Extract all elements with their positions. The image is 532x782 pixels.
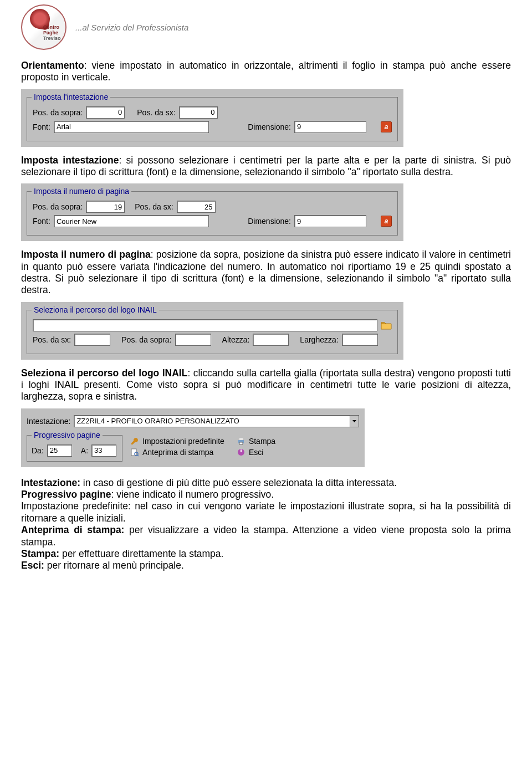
label-pos-sopra-2: Pos. da sopra: bbox=[33, 202, 83, 211]
label-font: Font: bbox=[33, 122, 50, 131]
label-intestazione: Intestazione: bbox=[27, 417, 70, 426]
text-orientamento: : viene impostato in automatico in orizz… bbox=[21, 60, 511, 83]
fieldset-logo-inail: Seleziona il percorso del logo INAIL Pos… bbox=[27, 310, 398, 354]
font-picker-icon[interactable]: a bbox=[381, 121, 392, 132]
bold-intestazione-def: Intestazione: bbox=[21, 477, 80, 488]
action-label: Esci bbox=[249, 448, 263, 457]
action-esci[interactable]: Esci bbox=[237, 448, 275, 457]
bold-logo-inail: Seleziona il percorso del logo INAIL bbox=[21, 367, 187, 379]
legend-intestazione: Imposta l'intestazione bbox=[32, 93, 110, 101]
font-picker-icon-2[interactable]: a bbox=[381, 216, 392, 227]
input-larghezza[interactable] bbox=[342, 334, 378, 346]
bold-esci-def: Esci: bbox=[21, 560, 44, 571]
label-altezza: Altezza: bbox=[222, 335, 250, 344]
input-altezza[interactable] bbox=[253, 334, 289, 346]
fieldset-progressivo: Progressivo pagine Da: A: bbox=[27, 435, 122, 462]
input-pos-sopra-3[interactable] bbox=[175, 334, 211, 346]
bold-stampa-def: Stampa: bbox=[21, 548, 59, 559]
logo-slogan: ...al Servizio del Professionista bbox=[75, 23, 188, 32]
logo-line2: Paghe bbox=[43, 30, 58, 35]
text-progressivo-def: : viene indicato il numero progressivo. bbox=[111, 489, 274, 500]
legend-progressivo: Progressivo pagine bbox=[32, 431, 103, 439]
combo-intestazione[interactable] bbox=[74, 415, 350, 427]
input-dimensione[interactable] bbox=[294, 121, 366, 133]
text-esci-def: per ritornare al menù principale. bbox=[44, 560, 184, 571]
panel-numero-pagina: Imposta il numero di pagina Pos. da sopr… bbox=[21, 183, 403, 241]
label-font-2: Font: bbox=[33, 217, 50, 226]
action-impostazioni-predefinite[interactable]: Impostazioni predefinite bbox=[130, 437, 224, 446]
input-pos-sx-2[interactable] bbox=[177, 201, 216, 213]
label-pos-sx-3: Pos. da sx: bbox=[33, 335, 71, 344]
input-pos-sopra[interactable] bbox=[86, 106, 125, 119]
svg-rect-2 bbox=[239, 442, 243, 444]
action-stampa[interactable]: Stampa bbox=[237, 437, 275, 446]
panel-logo-inail: Seleziona il percorso del logo INAIL Pos… bbox=[21, 302, 403, 360]
label-dimensione: Dimensione: bbox=[248, 122, 291, 131]
input-dimensione-2[interactable] bbox=[294, 215, 366, 227]
panel-imposta-intestazione: Imposta l'intestazione Pos. da sopra: Po… bbox=[21, 89, 403, 147]
bold-numero-pagina: Imposta il numero di pagina bbox=[21, 249, 151, 260]
preview-icon bbox=[130, 448, 139, 457]
bold-orientamento: Orientamento bbox=[21, 60, 84, 71]
logo-header: Centro Paghe Treviso ...al Servizio del … bbox=[21, 0, 511, 60]
action-label: Stampa bbox=[249, 437, 275, 446]
logo-text: Centro Paghe bbox=[43, 24, 59, 35]
bold-imposta-intestazione: Imposta intestazione bbox=[21, 155, 119, 166]
paragraph-imposta-intestazione: Imposta intestazione: si possono selezio… bbox=[21, 155, 511, 178]
fieldset-numero-pagina: Imposta il numero di pagina Pos. da sopr… bbox=[27, 191, 398, 236]
printer-icon bbox=[237, 437, 245, 446]
panel-final: Intestazione: Progressivo pagine Da: A: bbox=[21, 408, 365, 467]
label-pos-sopra-3: Pos. da sopra: bbox=[121, 335, 171, 344]
label-pos-sx-2: Pos. da sx: bbox=[135, 202, 173, 211]
input-pos-sopra-2[interactable] bbox=[86, 201, 125, 213]
label-larghezza: Larghezza: bbox=[300, 335, 338, 344]
paragraph-numero-pagina: Imposta il numero di pagina: posizione d… bbox=[21, 249, 511, 296]
folder-icon[interactable] bbox=[381, 321, 392, 330]
chevron-down-icon[interactable] bbox=[350, 415, 359, 427]
action-label: Impostazioni predefinite bbox=[142, 437, 224, 446]
input-logo-path[interactable] bbox=[33, 319, 377, 331]
label-dimensione-2: Dimensione: bbox=[248, 217, 291, 226]
svg-rect-7 bbox=[241, 449, 242, 452]
bold-anteprima-def: Anteprima di stampa: bbox=[21, 524, 124, 535]
text-stampa-def: per effettuare direttamente la stampa. bbox=[59, 548, 223, 559]
text-intestazione-def: in caso di gestione di più ditte può ess… bbox=[80, 477, 397, 488]
input-font-2[interactable] bbox=[54, 215, 209, 227]
svg-line-5 bbox=[137, 455, 139, 456]
input-pos-sx[interactable] bbox=[179, 106, 218, 119]
legend-numero-pagina: Imposta il numero di pagina bbox=[32, 187, 131, 196]
label-pos-sx: Pos. da sx: bbox=[137, 108, 175, 117]
logo-line1: Centro bbox=[43, 24, 59, 30]
input-pos-sx-3[interactable] bbox=[74, 334, 110, 346]
label-pos-sopra: Pos. da sopra: bbox=[33, 108, 83, 117]
text-impostazione-predefinite-def: Impostazione predefinite: nel caso in cu… bbox=[21, 500, 511, 523]
bold-progressivo-def: Progressivo pagine bbox=[21, 489, 111, 500]
input-font[interactable] bbox=[54, 121, 209, 133]
fieldset-intestazione: Imposta l'intestazione Pos. da sopra: Po… bbox=[27, 97, 398, 141]
action-label: Anteprima di stampa bbox=[142, 448, 213, 457]
exit-icon bbox=[237, 448, 245, 457]
logo-mark: Centro Paghe Treviso bbox=[21, 4, 66, 50]
paragraph-orientamento: Orientamento: viene impostato in automat… bbox=[21, 60, 511, 84]
action-anteprima[interactable]: Anteprima di stampa bbox=[130, 448, 224, 457]
paragraph-definitions: Intestazione: in caso di gestione di più… bbox=[21, 477, 511, 572]
label-da: Da: bbox=[32, 446, 44, 455]
label-a: A: bbox=[81, 446, 88, 455]
input-da[interactable] bbox=[47, 444, 72, 457]
input-a[interactable] bbox=[91, 444, 116, 457]
paragraph-logo-inail: Seleziona il percorso del logo INAIL: cl… bbox=[21, 367, 511, 403]
legend-logo-inail: Seleziona il percorso del logo INAIL bbox=[32, 305, 159, 314]
logo-city: Treviso bbox=[43, 35, 61, 41]
wrench-icon bbox=[130, 437, 139, 446]
svg-rect-1 bbox=[239, 438, 243, 440]
